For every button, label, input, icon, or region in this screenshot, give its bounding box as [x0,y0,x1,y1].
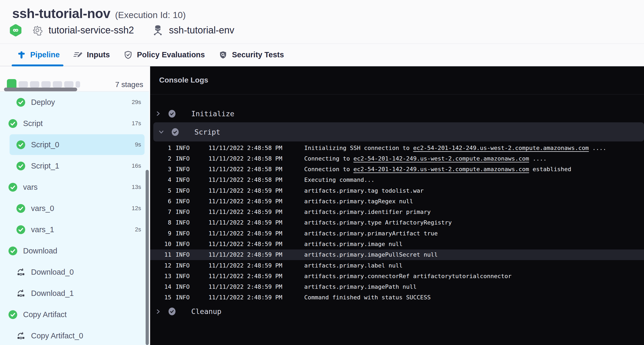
stage-label: vars [23,183,38,192]
tab-label: Security Tests [232,50,284,59]
log-hostname-link[interactable]: ec2-54-201-142-249.us-west-2.compute.ama… [413,145,589,151]
success-icon [8,247,17,255]
log-row: 7INFO11/11/2022 2:48:59 PMartifacts.prim… [150,207,644,217]
log-message: artifacts.primary.connectorRef artifacto… [304,273,644,279]
stage-label: Copy Artifact_0 [31,331,83,340]
service-name[interactable]: tutorial-service-ssh2 [49,25,134,36]
stage-row-script_1[interactable]: Script_116s [0,155,149,176]
vertical-scrollbar[interactable] [146,170,149,345]
stage-square-pending [53,81,62,88]
log-message: artifacts.primary.imagePath null [304,283,644,290]
log-timestamp: 11/11/2022 2:48:58 PM [208,166,300,172]
console-body: InitializeScript1INFO11/11/2022 2:48:58 … [150,95,644,345]
log-message: Initializing SSH connection to ec2-54-20… [304,145,644,151]
pipeline-icon [17,50,26,59]
success-icon [8,310,17,319]
tab-pipeline[interactable]: Pipeline [15,44,61,66]
log-message: Connecting to ec2-54-201-142-249.us-west… [304,155,644,162]
tab-inputs[interactable]: Inputs [72,44,111,66]
stages-progress-area: 7 stages [0,66,149,92]
log-timestamp: 11/11/2022 2:48:59 PM [208,219,300,226]
stage-duration: 17s [132,120,149,127]
log-level: INFO [176,209,204,215]
log-row: 10INFO11/11/2022 2:48:59 PMartifacts.pri… [150,239,644,249]
stage-row-download_1[interactable]: Download_1 [0,283,149,304]
page-title: ssh-tutorial-nov [12,6,110,21]
log-line-number: 10 [156,241,171,247]
log-text: Executing command... [304,176,375,183]
log-line-number: 1 [156,145,171,151]
chevron-right-icon [155,111,161,117]
stage-label: vars_0 [31,204,54,213]
stage-row-download[interactable]: Download [0,240,149,261]
stage-square-pending [41,81,51,88]
log-timestamp: 11/11/2022 2:48:58 PM [208,155,300,162]
stage-row-vars_1[interactable]: vars_12s [0,219,149,240]
section-name: Cleanup [191,307,221,316]
log-message: artifacts.primary.image null [304,241,644,247]
success-icon [8,183,17,192]
stage-count-label: 7 stages [115,80,143,89]
stage-row-download_0[interactable]: Download_0 [0,261,149,283]
stage-row-vars_0[interactable]: vars_012s [0,198,149,219]
log-message: Command finished with status SUCCESS [304,294,644,301]
log-text: artifacts.primary.label null [304,262,403,269]
execution-id-label: (Execution Id: 10) [115,10,186,20]
console-header: Console Logs [150,66,644,94]
log-row: 6INFO11/11/2022 2:48:59 PMartifacts.prim… [150,196,644,206]
context-row: tutorial-service-ssh2 ssh-tutorial-env [10,24,234,37]
stage-label: Script_1 [31,162,59,170]
success-icon [16,225,25,234]
log-timestamp: 11/11/2022 2:48:59 PM [208,209,300,215]
stage-row-deploy[interactable]: Deploy29s [0,92,149,113]
log-text: .... [529,155,547,162]
stage-row-script[interactable]: Script17s [0,113,149,134]
log-text: artifacts.primary.type ArtifactoryRegist… [304,219,452,226]
log-message: artifacts.primary.primaryArtifact true [304,230,644,237]
environment-name[interactable]: ssh-tutorial-env [169,25,234,36]
log-line-number: 4 [156,176,171,183]
tab-policy-evaluations[interactable]: Policy Evaluations [122,44,206,66]
log-message: artifacts.primary.type ArtifactoryRegist… [304,219,644,226]
stage-duration: 9s [135,141,149,148]
log-row: 11INFO11/11/2022 2:48:59 PMartifacts.pri… [150,249,644,260]
gray-check-icon [168,308,176,315]
console-title: Console Logs [159,76,208,84]
log-hostname-link[interactable]: ec2-54-201-142-249.us-west-2.compute.ama… [353,166,529,172]
log-level: INFO [176,241,204,247]
stage-label: Script_0 [31,140,59,149]
stage-row-vars[interactable]: vars13s [0,176,149,198]
tab-security-tests[interactable]: Security Tests [217,44,285,66]
log-section-cleanup[interactable]: Cleanup [150,303,644,320]
title-row: ssh-tutorial-nov (Execution Id: 10) [12,6,186,21]
log-message: artifacts.primary.imagePullSecret null [304,251,644,258]
log-row: 5INFO11/11/2022 2:48:59 PMartifacts.prim… [150,185,644,196]
log-text: established [529,166,571,172]
log-timestamp: 11/11/2022 2:48:59 PM [208,230,300,237]
horizontal-scrollbar[interactable] [4,88,77,91]
log-text: Command finished with status SUCCESS [304,294,431,301]
log-row: 8INFO11/11/2022 2:48:59 PMartifacts.prim… [150,217,644,228]
log-text: Initializing SSH connection to [304,145,413,151]
log-level: INFO [176,155,204,162]
active-tab-underline [12,64,63,66]
step-group-icon [16,268,25,277]
log-timestamp: 11/11/2022 2:48:59 PM [208,262,300,269]
success-icon [8,119,17,128]
environment-icon [153,24,163,36]
log-section-initialize[interactable]: Initialize [150,105,644,122]
log-hostname-link[interactable]: ec2-54-201-142-249.us-west-2.compute.ama… [353,155,529,162]
stage-row-script_0[interactable]: Script_09s [0,134,149,155]
chevron-down-icon [158,129,164,135]
stage-row-copy-artifact_0[interactable]: Copy Artifact_0 [0,325,149,345]
stage-label: Copy Artifact [23,310,67,319]
log-row: 4INFO11/11/2022 2:48:58 PMExecuting comm… [150,175,644,185]
log-line-number: 15 [156,294,171,301]
stage-row-copy-artifact[interactable]: Copy Artifact [0,304,149,325]
stage-square-pending [19,81,28,88]
log-line-number: 5 [156,187,171,194]
gray-check-icon [168,110,176,118]
stage-list: Deploy29sScript17sScript_09sScript_116sv… [0,92,149,345]
log-line-number: 3 [156,166,171,172]
log-section-script[interactable]: Script [153,122,644,141]
